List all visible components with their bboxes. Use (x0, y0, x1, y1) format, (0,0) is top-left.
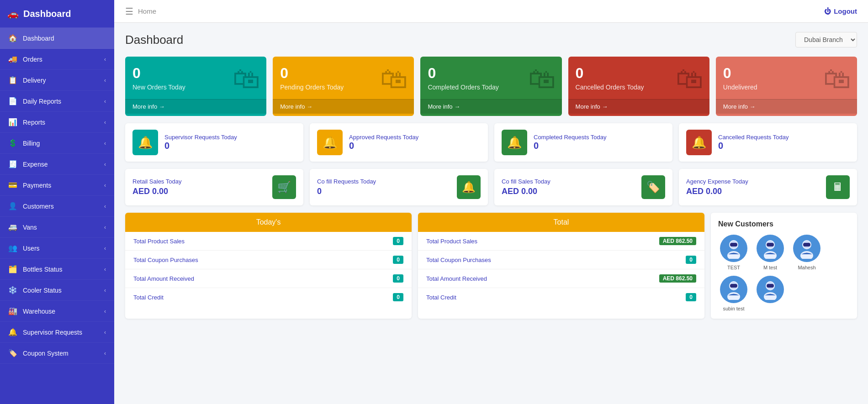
req-value-supervisor-requests: 0 (164, 141, 237, 151)
topbar: ☰ Home ⏻ Logout (114, 0, 868, 23)
sidebar-item-customers[interactable]: 👤 Customers ‹ (0, 196, 114, 217)
sales-icon-agency-expense: 🖩 (826, 175, 850, 199)
todays-table-header: Today's (125, 213, 412, 232)
table-row: Total Amount Received AED 862.50 (418, 269, 704, 288)
menu-icon[interactable]: ☰ (125, 6, 133, 17)
stat-footer-cancelled-orders[interactable]: More info → (568, 99, 709, 114)
stat-icon-cancelled-orders: 🛍 (676, 63, 703, 94)
sidebar-item-bottles-status[interactable]: 🗂️ Bottles Status ‹ (0, 259, 114, 280)
sidebar-item-payments[interactable]: 💳 Payments ‹ (0, 175, 114, 196)
page-title: Dashboard (125, 33, 183, 47)
chevron-icon-warehouse: ‹ (104, 308, 106, 315)
chevron-icon-vans: ‹ (104, 224, 106, 231)
sidebar-item-left: 🏠 Dashboard (8, 34, 54, 42)
sidebar-item-cooler-status[interactable]: ❄️ Cooler Status ‹ (0, 280, 114, 301)
sidebar-icon-billing: 💲 (8, 139, 17, 147)
req-info-completed-requests: Completed Requests Today 0 (534, 134, 606, 151)
content-header: Dashboard Dubai Branch (125, 32, 857, 47)
stat-footer-pending-orders[interactable]: More info → (273, 99, 414, 114)
svg-rect-7 (767, 243, 774, 247)
table-row: Total Product Sales AED 862.50 (418, 232, 704, 251)
stat-card-cancelled-orders: 0 Cancelled Orders Today 🛍 More info → (568, 57, 709, 116)
sidebar-item-left: 🏷️ Coupon System (8, 349, 69, 357)
chevron-icon-expense: ‹ (104, 161, 106, 168)
sidebar-logo-label: Dashboard (23, 9, 71, 19)
sidebar-label-coupon-system: Coupon System (23, 350, 69, 357)
sidebar-item-left: 📊 Reports (8, 118, 45, 126)
sales-card-agency-expense: Agency Expense Today AED 0.00 🖩 (679, 169, 857, 205)
sidebar-item-users[interactable]: 👥 Users ‹ (0, 238, 114, 259)
sidebar-icon-orders: 🚚 (8, 55, 17, 63)
sidebar-label-warehouse: Warehouse (23, 308, 55, 315)
customers-card: New Customers TEST M test (711, 213, 857, 319)
sidebar-item-orders[interactable]: 🚚 Orders ‹ (0, 49, 114, 70)
sidebar-item-vans[interactable]: 🚐 Vans ‹ (0, 217, 114, 238)
branch-select[interactable]: Dubai Branch (795, 32, 857, 47)
request-card-supervisor-requests: 🔔 Supervisor Requests Today 0 (125, 123, 303, 162)
svg-point-17 (764, 292, 777, 300)
avatar-icon (761, 279, 779, 300)
customer-name: M test (763, 265, 777, 270)
chevron-icon-users: ‹ (104, 245, 106, 252)
logout-icon: ⏻ (824, 7, 831, 15)
sales-icon-cofill-requests: 🔔 (457, 175, 481, 199)
chevron-icon-billing: ‹ (104, 140, 106, 147)
customer-item[interactable]: Mahesh (791, 235, 822, 270)
sidebar-item-left: 🚚 Orders (8, 55, 42, 63)
chevron-icon-customers: ‹ (104, 203, 106, 210)
avatar-icon (725, 279, 743, 300)
sidebar-item-coupon-system[interactable]: 🏷️ Coupon System ‹ (0, 343, 114, 364)
row-badge: 0 (686, 256, 696, 264)
customer-item[interactable]: M test (755, 235, 786, 270)
sidebar-logo: 🚗 Dashboard (0, 0, 114, 28)
table-row: Total Credit 0 (125, 288, 412, 306)
sidebar-label-supervisor-requests: Supervisor Requests (23, 329, 82, 336)
logout-button[interactable]: ⏻ Logout (824, 7, 857, 15)
customer-item[interactable]: TEST (718, 235, 749, 270)
sidebar-icon-dashboard: 🏠 (8, 34, 17, 42)
chevron-icon-payments: ‹ (104, 182, 106, 189)
sidebar-item-left: 📄 Daily Reports (8, 97, 61, 105)
sales-value-cofill-sales: AED 0.00 (502, 187, 550, 196)
row-badge: 0 (393, 274, 403, 283)
stat-footer-new-orders[interactable]: More info → (125, 99, 266, 114)
sales-card-cofill-requests: Co fill Requests Today 0 🔔 (310, 169, 488, 205)
svg-point-13 (727, 292, 740, 300)
customer-item[interactable]: subin test (718, 276, 749, 311)
chevron-icon-supervisor-requests: ‹ (104, 329, 106, 336)
stat-footer-undelivered[interactable]: More info → (716, 99, 857, 114)
sales-icon-retail-sales: 🛒 (272, 175, 296, 199)
total-table: Total Total Product Sales AED 862.50 Tot… (418, 213, 704, 319)
table-row: Total Coupon Purchases 0 (418, 251, 704, 269)
logout-label: Logout (834, 7, 857, 15)
svg-point-5 (764, 251, 777, 259)
sidebar-item-daily-reports[interactable]: 📄 Daily Reports ‹ (0, 91, 114, 112)
sidebar-icon-coupon-system: 🏷️ (8, 349, 17, 357)
sidebar-label-daily-reports: Daily Reports (23, 98, 61, 105)
svg-rect-15 (730, 284, 737, 288)
sidebar-item-supervisor-requests[interactable]: 🔔 Supervisor Requests ‹ (0, 322, 114, 343)
sidebar-item-left: 📋 Delivery (8, 76, 46, 84)
sidebar-item-dashboard[interactable]: 🏠 Dashboard (0, 28, 114, 49)
row-label: Total Coupon Purchases (426, 257, 491, 263)
row-badge: 0 (393, 256, 403, 264)
sidebar-item-reports[interactable]: 📊 Reports ‹ (0, 112, 114, 133)
customer-avatar (720, 235, 747, 262)
stat-footer-completed-orders[interactable]: More info → (420, 99, 561, 114)
sidebar-item-expense[interactable]: 🧾 Expense ‹ (0, 154, 114, 175)
sidebar-item-left: 👤 Customers (8, 202, 54, 210)
stat-icon-undelivered: 🛍 (823, 63, 851, 94)
sales-label-cofill-requests: Co fill Requests Today (317, 178, 376, 185)
sidebar-item-warehouse[interactable]: 🏭 Warehouse ‹ (0, 301, 114, 322)
row-label: Total Coupon Purchases (133, 257, 198, 263)
req-icon-cancelled-requests: 🔔 (686, 130, 712, 155)
customer-item[interactable] (755, 276, 786, 311)
sidebar-label-users: Users (23, 245, 40, 252)
sidebar-item-left: 🗂️ Bottles Status (8, 265, 62, 273)
total-table-header: Total (418, 213, 704, 232)
sidebar-item-billing[interactable]: 💲 Billing ‹ (0, 133, 114, 154)
table-row: Total Product Sales 0 (125, 232, 412, 251)
sidebar-icon-reports: 📊 (8, 118, 17, 126)
customers-title: New Customers (718, 220, 850, 228)
sidebar-item-delivery[interactable]: 📋 Delivery ‹ (0, 70, 114, 91)
